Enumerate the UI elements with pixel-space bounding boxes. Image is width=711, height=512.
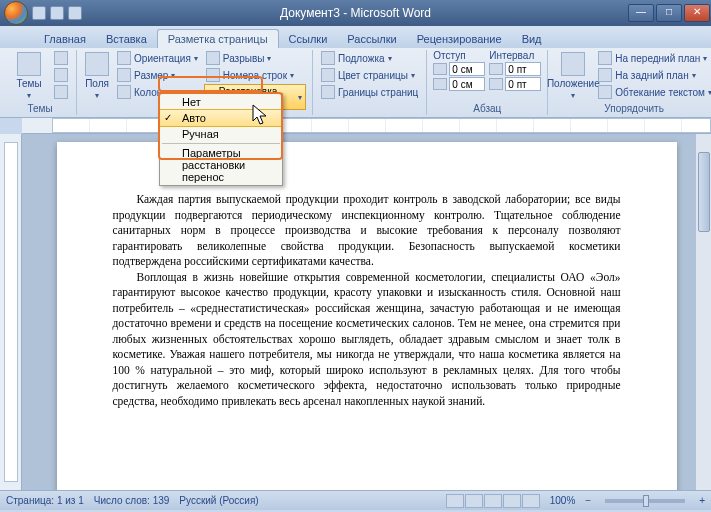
tab-insert[interactable]: Вставка xyxy=(96,30,157,48)
breaks-button[interactable]: Разрывы ▾ xyxy=(204,50,306,66)
orientation-icon xyxy=(117,51,131,65)
breaks-icon xyxy=(206,51,220,65)
text-wrap-button[interactable]: Обтекание текстом ▾ xyxy=(596,84,711,100)
undo-icon[interactable] xyxy=(50,6,64,20)
watermark-button[interactable]: Подложка ▾ xyxy=(319,50,420,66)
line-numbers-button[interactable]: Номера строк ▾ xyxy=(204,67,306,83)
space-after-input[interactable] xyxy=(505,77,541,91)
theme-fonts-button[interactable] xyxy=(52,67,70,83)
hyph-none[interactable]: Нет xyxy=(160,94,282,110)
office-button[interactable] xyxy=(4,1,28,25)
line-numbers-icon xyxy=(206,68,220,82)
hyphenation-menu: Нет ✓Авто Ручная Параметры расстановки п… xyxy=(159,93,283,186)
margins-button[interactable]: Поля▾ xyxy=(83,50,111,100)
page-borders-icon xyxy=(321,85,335,99)
indent-left-input[interactable] xyxy=(449,62,485,76)
tab-page-layout[interactable]: Разметка страницы xyxy=(157,29,279,48)
group-page-background: Подложка ▾ Цвет страницы ▾ Границы стран… xyxy=(313,50,427,115)
horizontal-ruler[interactable] xyxy=(22,118,711,134)
space-before-icon xyxy=(489,63,503,75)
page-color-icon xyxy=(321,68,335,82)
ribbon: Темы▾ Темы Поля▾ Ориентация ▾ Размер ▾ К… xyxy=(0,48,711,118)
document-area[interactable]: Каждая партия выпускаемой продукции прох… xyxy=(22,134,711,490)
redo-icon[interactable] xyxy=(68,6,82,20)
vertical-ruler[interactable] xyxy=(0,134,22,490)
status-language[interactable]: Русский (Россия) xyxy=(179,495,258,506)
page-borders-button[interactable]: Границы страниц xyxy=(319,84,420,100)
zoom-level[interactable]: 100% xyxy=(550,495,576,506)
view-buttons xyxy=(446,494,540,508)
status-page[interactable]: Страница: 1 из 1 xyxy=(6,495,84,506)
view-outline[interactable] xyxy=(503,494,521,508)
status-bar: Страница: 1 из 1 Число слов: 139 Русский… xyxy=(0,490,711,510)
margins-icon xyxy=(85,52,109,76)
position-icon xyxy=(561,52,585,76)
view-print-layout[interactable] xyxy=(446,494,464,508)
wrap-icon xyxy=(598,85,612,99)
indent-right-input[interactable] xyxy=(449,77,485,91)
hyph-auto[interactable]: ✓Авто xyxy=(159,109,283,127)
zoom-out[interactable]: − xyxy=(585,495,591,506)
colors-icon xyxy=(54,51,68,65)
paragraph-2[interactable]: Воплощая в жизнь новейшие открытия совре… xyxy=(113,270,621,410)
size-button[interactable]: Размер ▾ xyxy=(115,67,200,83)
status-words[interactable]: Число слов: 139 xyxy=(94,495,170,506)
check-icon: ✓ xyxy=(164,112,172,123)
hyph-manual[interactable]: Ручная xyxy=(160,126,282,142)
maximize-button[interactable]: □ xyxy=(656,4,682,22)
size-icon xyxy=(117,68,131,82)
hyph-options[interactable]: Параметры расстановки перенос xyxy=(160,145,282,185)
front-icon xyxy=(598,51,612,65)
tab-references[interactable]: Ссылки xyxy=(279,30,338,48)
space-before-input[interactable] xyxy=(505,62,541,76)
scrollbar-thumb[interactable] xyxy=(698,152,710,232)
columns-icon xyxy=(117,85,131,99)
space-after-icon xyxy=(489,78,503,90)
quick-access-toolbar xyxy=(32,6,82,20)
window-title: Документ3 - Microsoft Word xyxy=(280,6,431,20)
zoom-thumb[interactable] xyxy=(643,495,649,507)
themes-button[interactable]: Темы▾ xyxy=(10,50,48,100)
theme-effects-button[interactable] xyxy=(52,84,70,100)
zoom-in[interactable]: + xyxy=(699,495,705,506)
page[interactable]: Каждая партия выпускаемой продукции прох… xyxy=(57,142,677,490)
view-web[interactable] xyxy=(484,494,502,508)
effects-icon xyxy=(54,85,68,99)
menu-separator xyxy=(162,143,280,144)
tab-home[interactable]: Главная xyxy=(34,30,96,48)
close-button[interactable]: ✕ xyxy=(684,4,710,22)
orientation-button[interactable]: Ориентация ▾ xyxy=(115,50,200,66)
zoom-slider[interactable] xyxy=(605,499,685,503)
themes-icon xyxy=(17,52,41,76)
minimize-button[interactable]: — xyxy=(628,4,654,22)
indent-left-icon xyxy=(433,63,447,75)
view-full-screen[interactable] xyxy=(465,494,483,508)
tab-review[interactable]: Рецензирование xyxy=(407,30,512,48)
theme-colors-button[interactable] xyxy=(52,50,70,66)
bring-front-button[interactable]: На передний план ▾ xyxy=(596,50,711,66)
tab-view[interactable]: Вид xyxy=(512,30,552,48)
send-back-button[interactable]: На задний план ▾ xyxy=(596,67,711,83)
group-themes: Темы▾ Темы xyxy=(4,50,77,115)
tab-mailings[interactable]: Рассылки xyxy=(337,30,406,48)
ribbon-tabs: Главная Вставка Разметка страницы Ссылки… xyxy=(0,26,711,48)
page-color-button[interactable]: Цвет страницы ▾ xyxy=(319,67,420,83)
save-icon[interactable] xyxy=(32,6,46,20)
vertical-scrollbar[interactable] xyxy=(695,134,711,490)
paragraph-1[interactable]: Каждая партия выпускаемой продукции прох… xyxy=(113,192,621,270)
indent-right-icon xyxy=(433,78,447,90)
group-arrange: Положение▾ На передний план ▾ На задний … xyxy=(548,50,711,115)
fonts-icon xyxy=(54,68,68,82)
title-bar: Документ3 - Microsoft Word — □ ✕ xyxy=(0,0,711,26)
view-draft[interactable] xyxy=(522,494,540,508)
position-button[interactable]: Положение▾ xyxy=(554,50,592,100)
back-icon xyxy=(598,68,612,82)
watermark-icon xyxy=(321,51,335,65)
group-paragraph: Отступ Интервал Абзац xyxy=(427,50,548,115)
